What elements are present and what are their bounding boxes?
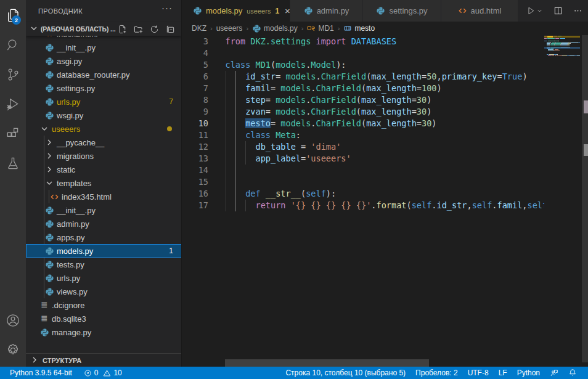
breadcrumb-MD1[interactable]: MD1 bbox=[307, 24, 333, 33]
tree-item-models.py[interactable]: models.py1 bbox=[26, 244, 182, 258]
activity-bar-item-explorer[interactable]: 2 bbox=[0, 2, 26, 29]
minimap-line-17 bbox=[557, 55, 558, 56]
account-icon bbox=[5, 312, 21, 328]
status-encoding[interactable]: UTF-8 bbox=[463, 369, 494, 377]
line-number: 7 bbox=[184, 83, 208, 94]
tree-item-__init__.py[interactable]: __init__.py bbox=[26, 203, 182, 217]
line-number: 16 bbox=[184, 188, 208, 200]
activity-bar-item-extensions[interactable] bbox=[0, 120, 26, 147]
problems-badge: 1 bbox=[169, 247, 173, 255]
tree-item-label: asgi.py bbox=[57, 57, 82, 66]
minimap-line-7 bbox=[570, 43, 571, 44]
status-notifications[interactable] bbox=[563, 369, 582, 377]
tree-item-index345.html[interactable]: index345.html bbox=[26, 190, 182, 203]
line-number: 13 bbox=[184, 153, 208, 165]
refresh-explorer-button[interactable] bbox=[150, 25, 159, 34]
tree-item-__init__.py[interactable]: __init__.py bbox=[26, 41, 182, 54]
minimap-line-17 bbox=[558, 55, 560, 56]
code-line-5: class MD1(models.Model): bbox=[226, 59, 346, 71]
minimap[interactable] bbox=[544, 35, 582, 367]
status-language-label: Python bbox=[517, 369, 540, 377]
split-editor-button[interactable] bbox=[551, 4, 565, 18]
tree-item-db.sqlite3[interactable]: ≣db.sqlite3 bbox=[26, 312, 182, 325]
workspace-section-header[interactable]: (РАБОЧАЯ ОБЛАСТЬ) ... bbox=[26, 22, 181, 36]
new-file-button[interactable] bbox=[118, 25, 127, 34]
activity-bar: 2 bbox=[0, 0, 26, 367]
vertical-scrollbar[interactable] bbox=[582, 35, 588, 367]
breadcrumb-useeers[interactable]: useeers bbox=[216, 24, 243, 33]
tree-item-settings.py[interactable]: settings.py bbox=[26, 81, 182, 95]
tree-item-wsgi.py[interactable]: wsgi.py bbox=[26, 108, 182, 122]
tab-aud.html[interactable]: aud.html bbox=[441, 0, 518, 22]
status-eol[interactable]: LF bbox=[494, 369, 512, 377]
activity-bar-item-account[interactable] bbox=[0, 307, 26, 334]
tree-item-label: migrations bbox=[57, 152, 94, 161]
line-number: 12 bbox=[184, 141, 208, 153]
tree-item-tests.py[interactable]: tests.py bbox=[26, 258, 182, 271]
error-count: 0 bbox=[94, 369, 99, 377]
tree-item-apps.py[interactable]: apps.py bbox=[26, 230, 182, 244]
tree-item-manage.py[interactable]: manage.py bbox=[26, 325, 182, 339]
python-file-icon bbox=[39, 325, 49, 339]
tree-item-views.py[interactable]: views.py bbox=[26, 285, 182, 298]
outline-section-label: СТРУКТУРА bbox=[43, 357, 81, 364]
tree-item-useeers[interactable]: useeers bbox=[26, 122, 182, 136]
breadcrumb-separator: › bbox=[338, 25, 340, 32]
status-cursor-position[interactable]: Строка 10, столбец 10 (выбрано 5) bbox=[280, 369, 410, 377]
code-line-6: id_str= models.CharField(max_length=50,p… bbox=[226, 71, 528, 83]
chevron-right-icon bbox=[44, 163, 54, 176]
activity-bar-item-source-control[interactable] bbox=[0, 61, 26, 88]
code-line-17: return '{} {} {} {} {}'.format(self.id_s… bbox=[226, 200, 545, 211]
status-python-version[interactable]: Python 3.9.5 64-bit bbox=[5, 369, 77, 377]
run-python-file-button[interactable] bbox=[524, 4, 545, 18]
status-problems[interactable]: 010 bbox=[79, 369, 127, 377]
breadcrumb-separator: › bbox=[246, 25, 248, 32]
breadcrumb-DKZ[interactable]: DKZ bbox=[192, 24, 206, 33]
tree-item-static[interactable]: static bbox=[26, 163, 182, 176]
tree-item-label: __init__.py bbox=[57, 43, 96, 52]
tab-label: models.py bbox=[206, 6, 242, 15]
tree-item-label: wsgi.py bbox=[57, 111, 83, 120]
line-number: 14 bbox=[184, 165, 208, 176]
tree-item-urls.py[interactable]: urls.py7 bbox=[26, 95, 182, 108]
tree-item-.dcignore[interactable]: ≣.dcignore bbox=[26, 298, 182, 312]
python-file-icon bbox=[44, 68, 54, 81]
activity-bar-item-search[interactable] bbox=[0, 31, 26, 59]
activity-bar-item-testing[interactable] bbox=[0, 150, 26, 177]
activity-bar-item-run-debug[interactable] bbox=[0, 91, 26, 118]
outline-section-header[interactable]: СТРУКТУРА bbox=[26, 353, 181, 367]
code-line-16: def __str__(self): bbox=[226, 188, 337, 200]
python-file-icon bbox=[44, 285, 54, 298]
status-feedback[interactable] bbox=[545, 369, 563, 377]
more-editor-actions-button[interactable] bbox=[571, 4, 584, 18]
code-editor[interactable]: 34567891011121314151617 from DKZ.setting… bbox=[182, 35, 588, 367]
python-file-icon bbox=[44, 244, 54, 258]
tree-item-asgi.py[interactable]: asgi.py bbox=[26, 54, 182, 68]
new-folder-button[interactable] bbox=[134, 25, 143, 34]
tab-settings.py[interactable]: settings.py bbox=[363, 0, 441, 22]
tree-item-label: models.py bbox=[57, 247, 93, 256]
tree-item-__pycache__[interactable]: __pycache__ bbox=[26, 136, 182, 149]
breadcrumb-models.py[interactable]: models.py bbox=[252, 24, 298, 33]
line-number: 6 bbox=[184, 71, 208, 83]
tree-item-urls.py[interactable]: urls.py bbox=[26, 271, 182, 285]
tab-admin.py[interactable]: admin.py bbox=[290, 0, 363, 22]
status-eol-label: LF bbox=[499, 369, 507, 377]
breadcrumb-mesto[interactable]: mesto bbox=[343, 24, 375, 33]
tab-models.py[interactable]: models.pyuseeers1× bbox=[182, 0, 290, 22]
close-tab-button[interactable]: × bbox=[285, 5, 290, 17]
vertical-scrollbar-slider[interactable] bbox=[582, 35, 588, 362]
status-language[interactable]: Python bbox=[512, 369, 545, 377]
status-indentation[interactable]: Пробелов: 2 bbox=[410, 369, 463, 377]
activity-bar-item-settings[interactable] bbox=[0, 336, 26, 364]
tab-label: admin.py bbox=[317, 6, 349, 15]
horizontal-scrollbar-slider[interactable] bbox=[225, 359, 429, 367]
tree-item-admin.py[interactable]: admin.py bbox=[26, 217, 182, 230]
code-line-3: from DKZ.settings import DATABASES bbox=[226, 36, 397, 47]
tree-item-templates[interactable]: templates bbox=[26, 176, 182, 190]
collapse-folders-button[interactable] bbox=[166, 25, 175, 34]
tree-item-label: templates bbox=[57, 179, 91, 188]
tree-item-database_roouter.py[interactable]: database_roouter.py bbox=[26, 68, 182, 81]
tree-item-migrations[interactable]: migrations bbox=[26, 149, 182, 163]
line-number: 11 bbox=[184, 129, 208, 141]
